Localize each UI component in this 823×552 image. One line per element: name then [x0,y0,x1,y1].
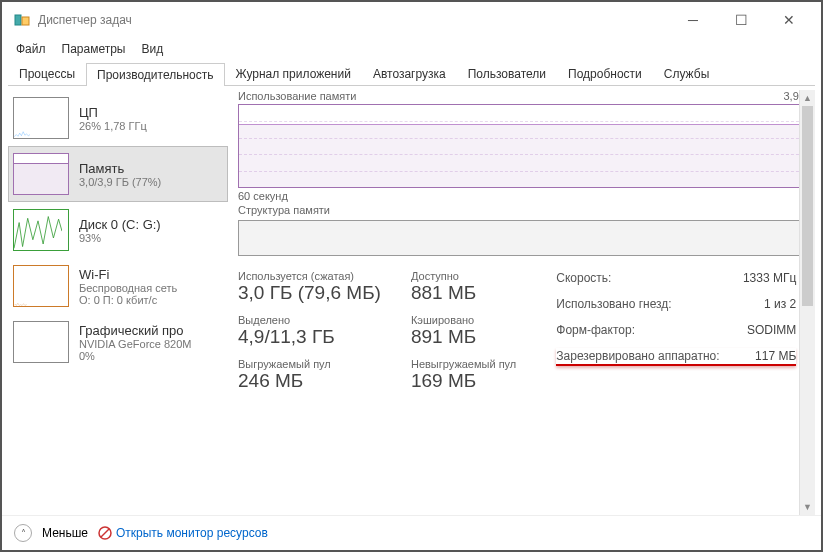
stat-paged: Выгружаемый пул 246 МБ [238,358,381,392]
tab-startup[interactable]: Автозагрузка [362,62,457,85]
memory-usage-graph [238,104,815,188]
resmon-icon [98,526,112,540]
memory-title: Память [79,161,161,176]
fewer-details-icon[interactable]: ˄ [14,524,32,542]
sidebar-item-cpu[interactable]: ЦП 26% 1,78 ГГц [8,90,228,146]
kv-slots: Использовано гнезд: 1 из 2 [556,296,796,312]
wifi-sub2: О: 0 П: 0 кбит/с [79,294,177,306]
tab-processes[interactable]: Процессы [8,62,86,85]
stat-cached: Кэшировано 891 МБ [411,314,516,348]
fewer-details-label[interactable]: Меньше [42,526,88,540]
perf-sidebar: ЦП 26% 1,78 ГГц Память 3,0/3,9 ГБ (77%) [8,90,228,515]
app-icon [14,12,30,28]
svg-rect-0 [15,15,21,25]
perf-main: Использование памяти 3,9 ГБ 60 секунд 0 … [228,90,815,515]
wifi-thumb [13,265,69,307]
tabstrip: Процессы Производительность Журнал прило… [8,62,815,86]
cpu-sub: 26% 1,78 ГГц [79,120,147,132]
kv-speed: Скорость: 1333 МГц [556,270,796,286]
scroll-down-icon[interactable]: ▼ [800,499,815,515]
scrollbar[interactable]: ▲ ▼ [799,90,815,515]
x-left: 60 секунд [238,190,288,202]
footer: ˄ Меньше Открыть монитор ресурсов [2,515,821,550]
gpu-sub1: NVIDIA GeForce 820M [79,338,192,350]
stat-inuse: Используется (сжатая) 3,0 ГБ (79,6 МБ) [238,270,381,304]
sidebar-item-gpu[interactable]: Графический про NVIDIA GeForce 820M 0% [8,314,228,370]
sidebar-item-memory[interactable]: Память 3,0/3,9 ГБ (77%) [8,146,228,202]
kv-reserved: Зарезервировано аппаратно: 117 МБ [556,348,796,366]
window-title: Диспетчер задач [38,13,681,27]
stat-avail: Доступно 881 МБ [411,270,516,304]
wifi-sub1: Беспроводная сеть [79,282,177,294]
memory-structure-graph [238,220,815,256]
minimize-button[interactable]: ─ [681,8,705,32]
menu-view[interactable]: Вид [135,40,169,58]
menu-options[interactable]: Параметры [56,40,132,58]
disk-thumb [13,209,69,251]
memory-thumb [13,153,69,195]
disk-title: Диск 0 (C: G:) [79,217,161,232]
menubar: Файл Параметры Вид [2,38,821,60]
tab-users[interactable]: Пользователи [457,62,557,85]
cpu-thumb [13,97,69,139]
stat-nonpaged: Невыгружаемый пул 169 МБ [411,358,516,392]
scroll-up-icon[interactable]: ▲ [800,90,815,106]
wifi-title: Wi-Fi [79,267,177,282]
tab-details[interactable]: Подробности [557,62,653,85]
usage-label: Использование памяти [238,90,356,102]
menu-file[interactable]: Файл [10,40,52,58]
disk-sub: 93% [79,232,161,244]
kv-form: Форм-фактор: SODIMM [556,322,796,338]
tab-services[interactable]: Службы [653,62,720,85]
tab-performance[interactable]: Производительность [86,63,224,86]
svg-rect-1 [22,17,29,25]
maximize-button[interactable]: ☐ [729,8,753,32]
open-resmon-link[interactable]: Открыть монитор ресурсов [98,526,268,540]
stat-commit: Выделено 4,9/11,3 ГБ [238,314,381,348]
scroll-thumb[interactable] [802,106,813,306]
memory-sub: 3,0/3,9 ГБ (77%) [79,176,161,188]
tab-app-history[interactable]: Журнал приложений [225,62,362,85]
close-button[interactable]: ✕ [777,8,801,32]
titlebar: Диспетчер задач ─ ☐ ✕ [2,2,821,38]
sidebar-item-disk[interactable]: Диск 0 (C: G:) 93% [8,202,228,258]
cpu-title: ЦП [79,105,147,120]
struct-label: Структура памяти [238,204,815,216]
sidebar-item-wifi[interactable]: Wi-Fi Беспроводная сеть О: 0 П: 0 кбит/с [8,258,228,314]
gpu-title: Графический про [79,323,192,338]
gpu-thumb [13,321,69,363]
gpu-sub2: 0% [79,350,192,362]
